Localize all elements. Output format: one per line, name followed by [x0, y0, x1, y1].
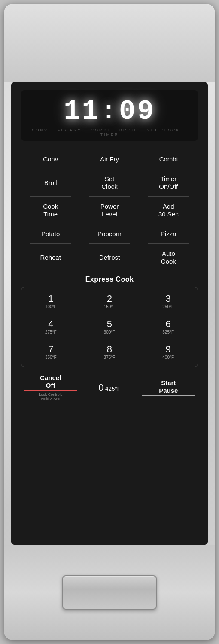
numpad-4-button[interactable]: 4 275°F — [21, 314, 80, 340]
colon: : — [101, 97, 118, 126]
power-level-button[interactable]: PowerLevel — [80, 197, 139, 224]
display-area: 11:09 conv air fry combi broil set clock… — [21, 90, 198, 141]
pizza-button[interactable]: Pizza — [139, 224, 198, 244]
express-cook-label: Express Cook — [85, 276, 134, 283]
numpad-8-button[interactable]: 8 375°F — [80, 340, 139, 365]
combi-button[interactable]: Combi — [139, 149, 198, 169]
function-button-grid: Conv Air Fry Combi Broil SetClock TimerO… — [21, 149, 198, 271]
display-sub-text: conv air fry combi broil set clock timer — [25, 128, 194, 137]
numpad-wrapper: 1 100°F 2 150°F 3 250°F 4 275°F 5 300 — [21, 287, 198, 367]
numpad-9-button[interactable]: 9 400°F — [139, 340, 198, 365]
digit-3: 0 — [119, 98, 137, 125]
digit-4: 9 — [137, 98, 155, 125]
bottom-row: Cancel Off Lock ControlsHold 3 Sec 0 425… — [21, 370, 198, 405]
potato-button[interactable]: Potato — [21, 224, 80, 244]
popcorn-button[interactable]: Popcorn — [80, 224, 139, 244]
broil-button[interactable]: Broil — [21, 169, 80, 197]
bottom-section — [4, 545, 215, 640]
cook-time-button[interactable]: CookTime — [21, 197, 80, 224]
top-panel — [4, 4, 215, 82]
digit-2: 1 — [82, 98, 100, 125]
timer-on-off-button[interactable]: TimerOn/Off — [139, 169, 198, 197]
microwave-body: 11:09 conv air fry combi broil set clock… — [4, 4, 215, 640]
digit-1: 1 — [64, 98, 82, 125]
reheat-button[interactable]: Reheat — [21, 244, 80, 271]
door-handle[interactable] — [62, 575, 157, 610]
auto-cook-button[interactable]: AutoCook — [139, 244, 198, 271]
cancel-off-button[interactable]: Cancel Off Lock ControlsHold 3 Sec — [21, 370, 80, 405]
numpad-7-button[interactable]: 7 350°F — [21, 340, 80, 365]
start-pause-button[interactable]: Start Pause — [139, 370, 198, 405]
defrost-button[interactable]: Defrost — [80, 244, 139, 271]
conv-button[interactable]: Conv — [21, 149, 80, 169]
control-panel: 11:09 conv air fry combi broil set clock… — [11, 82, 208, 545]
numpad-5-button[interactable]: 5 300°F — [80, 314, 139, 340]
set-clock-button[interactable]: SetClock — [80, 169, 139, 197]
time-display: 11:09 — [25, 98, 194, 125]
numpad-1-button[interactable]: 1 100°F — [21, 289, 80, 314]
numpad-0-button[interactable]: 0 425°F — [80, 370, 139, 405]
air-fry-button[interactable]: Air Fry — [80, 149, 139, 169]
numpad-3-button[interactable]: 3 250°F — [139, 289, 198, 314]
numpad-2-button[interactable]: 2 150°F — [80, 289, 139, 314]
numpad-6-button[interactable]: 6 325°F — [139, 314, 198, 340]
add-30-sec-button[interactable]: Add30 Sec — [139, 197, 198, 224]
numpad-grid: 1 100°F 2 150°F 3 250°F 4 275°F 5 300 — [21, 289, 198, 365]
